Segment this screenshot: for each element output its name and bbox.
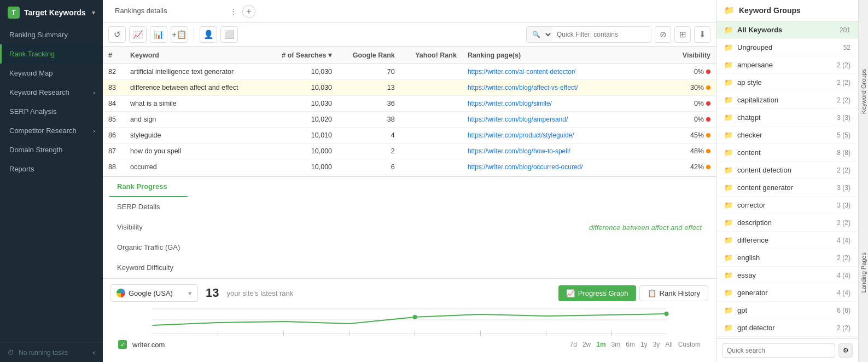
- kw-group-chatgpt[interactable]: 📁 chatgpt 3 (3): [716, 109, 858, 127]
- columns-button[interactable]: ⊞: [674, 26, 691, 43]
- kw-group-checker[interactable]: 📁 checker 5 (5): [716, 127, 858, 144]
- bar-button[interactable]: 📊: [150, 26, 167, 43]
- sidebar-item-keyword-map[interactable]: Keyword Map: [0, 64, 103, 83]
- kw-group-gpt-detector[interactable]: 📁 gpt detector 2 (2): [716, 319, 858, 337]
- time-btn-6m[interactable]: 6m: [626, 341, 635, 348]
- row-ranking-page[interactable]: https://writer.com/product/styleguide/: [462, 128, 670, 143]
- bottom-tab-serp-details[interactable]: SERP Details: [109, 197, 188, 217]
- user-button[interactable]: 👤: [200, 26, 217, 43]
- tab-rankings-details[interactable]: Rankings details: [107, 1, 226, 21]
- kw-group-all-keywords[interactable]: 📁 All Keywords 201: [716, 21, 858, 39]
- kw-group-gpt[interactable]: 📁 gpt 6 (6): [716, 302, 858, 319]
- kw-group-english[interactable]: 📁 english 2 (2): [716, 249, 858, 267]
- col-yahoo-rank[interactable]: Yahoo! Rank: [400, 47, 462, 64]
- sidebar-item-keyword-research[interactable]: Keyword Research›: [0, 83, 103, 102]
- kw-group-corrector[interactable]: 📁 corrector 3 (3): [716, 197, 858, 214]
- bottom-tab-visibility[interactable]: Visibility: [109, 217, 188, 238]
- row-keyword[interactable]: artificial intelligence text generator: [125, 64, 265, 80]
- kw-group-capitalization[interactable]: 📁 capitalization 2 (2): [716, 91, 858, 109]
- row-ranking-page[interactable]: https://writer.com/blog/occurred-ocured/: [462, 159, 670, 175]
- time-btn-2w[interactable]: 2w: [582, 341, 591, 348]
- kw-group-content-detection[interactable]: 📁 content detection 2 (2): [716, 162, 858, 179]
- ranking-page-link[interactable]: https://writer.com/blog/affect-vs-effect…: [468, 84, 578, 91]
- add-tab-button[interactable]: +: [242, 5, 255, 18]
- sidebar-item-reports[interactable]: Reports: [0, 159, 103, 179]
- rank-history-button[interactable]: 📋 Rank History: [639, 285, 708, 301]
- row-ranking-page[interactable]: https://writer.com/blog/how-to-spell/: [462, 143, 670, 159]
- engine-select[interactable]: Google (USA) ▾: [110, 284, 198, 302]
- row-ranking-page[interactable]: https://writer.com/blog/simile/: [462, 96, 670, 112]
- tabs-more-icon[interactable]: ⋮: [226, 7, 240, 15]
- ranking-page-link[interactable]: https://writer.com/blog/ampersand/: [468, 116, 568, 123]
- time-btn-1y[interactable]: 1y: [640, 341, 648, 348]
- row-keyword[interactable]: styleguide: [125, 128, 265, 143]
- kw-group-generator[interactable]: 📁 generator 4 (4): [716, 284, 858, 302]
- time-btn-3m[interactable]: 3m: [611, 341, 621, 348]
- row-keyword[interactable]: occurred: [125, 159, 265, 175]
- table-row[interactable]: 85 and sign 10,020 38 https://writer.com…: [103, 112, 716, 128]
- progress-graph-button[interactable]: 📈 Progress Graph: [558, 285, 636, 301]
- time-btn-1m[interactable]: 1m: [596, 341, 605, 348]
- table-row[interactable]: 82 artificial intelligence text generato…: [103, 64, 716, 80]
- time-btn-3y[interactable]: 3y: [653, 341, 660, 348]
- ranking-page-link[interactable]: https://writer.com/blog/simile/: [468, 100, 552, 107]
- bottom-tab-rank-progress[interactable]: Rank Progress: [109, 177, 188, 197]
- kw-group-description[interactable]: 📁 description 2 (2): [716, 214, 858, 232]
- filter-type-select[interactable]: 🔍: [527, 26, 552, 43]
- ranking-page-link[interactable]: https://writer.com/ai-content-detector/: [468, 68, 575, 76]
- sidebar-item-domain-strength[interactable]: Domain Strength: [0, 140, 103, 159]
- export-button[interactable]: ⬜: [220, 26, 238, 43]
- sidebar-logo[interactable]: T Target Keywords ▾: [0, 0, 103, 25]
- download-button[interactable]: ⬇: [694, 26, 710, 43]
- running-tasks-icon: ⏱: [8, 349, 14, 357]
- kw-group-content-generator[interactable]: 📁 content generator 3 (3): [716, 179, 858, 197]
- row-keyword[interactable]: what is a simile: [125, 96, 265, 112]
- ranking-page-link[interactable]: https://writer.com/blog/how-to-spell/: [468, 147, 570, 155]
- time-btn-custom[interactable]: Custom: [678, 341, 701, 348]
- table-row[interactable]: 88 occurred 10,000 6 https://writer.com/…: [103, 159, 716, 175]
- keyword-groups-side-label[interactable]: Keyword Groups: [860, 67, 867, 116]
- kw-group-label: description: [737, 219, 772, 227]
- sidebar-item-serp-analysis[interactable]: SERP Analysis: [0, 102, 103, 121]
- time-btn-7d[interactable]: 7d: [570, 341, 577, 348]
- kw-group-ampersane[interactable]: 📁 ampersane 2 (2): [716, 56, 858, 74]
- chart-button[interactable]: 📈: [129, 26, 147, 43]
- kw-group-ap-style[interactable]: 📁 ap style 2 (2): [716, 74, 858, 91]
- kw-group-essay[interactable]: 📁 essay 4 (4): [716, 267, 858, 284]
- col-searches[interactable]: # of Searches ▾: [265, 47, 337, 64]
- landing-pages-side-label[interactable]: Landing Pages: [860, 250, 867, 295]
- row-keyword[interactable]: difference between affect and effect: [125, 80, 265, 96]
- refresh-button[interactable]: ↺: [108, 26, 126, 43]
- bottom-tab-organic-traffic-ga[interactable]: Organic Traffic (GA): [109, 238, 188, 258]
- add-keyword-button[interactable]: +📋: [171, 26, 188, 43]
- col-google-rank[interactable]: Google Rank: [337, 47, 400, 64]
- quick-search-settings-button[interactable]: ⚙: [838, 343, 853, 358]
- table-row[interactable]: 87 how do you spell 10,000 2 https://wri…: [103, 143, 716, 159]
- sidebar-item-competitor-research[interactable]: Competitor Research›: [0, 121, 103, 140]
- kw-group-content[interactable]: 📁 content 8 (8): [716, 144, 858, 162]
- row-keyword[interactable]: how do you spell: [125, 143, 265, 159]
- ranking-page-link[interactable]: https://writer.com/blog/occurred-ocured/: [468, 163, 583, 171]
- ranking-page-link[interactable]: https://writer.com/product/styleguide/: [468, 131, 574, 139]
- time-btn-all[interactable]: All: [665, 341, 672, 348]
- row-ranking-page[interactable]: https://writer.com/blog/ampersand/: [462, 112, 670, 128]
- row-ranking-page[interactable]: https://writer.com/blog/affect-vs-effect…: [462, 80, 670, 96]
- table-row[interactable]: 84 what is a simile 10,030 36 https://wr…: [103, 96, 716, 112]
- row-visibility: 30%: [670, 80, 716, 96]
- filter-button[interactable]: ⊘: [655, 26, 671, 43]
- bottom-tab-keyword-difficulty[interactable]: Keyword Difficulty: [109, 258, 188, 278]
- sidebar-item-rank-tracking[interactable]: Rank Tracking: [0, 44, 103, 64]
- col-keyword[interactable]: Keyword: [125, 47, 265, 64]
- table-row[interactable]: 83 difference between affect and effect …: [103, 80, 716, 96]
- sidebar-item-ranking-summary[interactable]: Ranking Summary: [0, 25, 103, 44]
- kw-group-difference[interactable]: 📁 difference 4 (4): [716, 232, 858, 249]
- col-ranking-page[interactable]: Ranking page(s): [462, 47, 670, 64]
- table-row[interactable]: 86 styleguide 10,010 4 https://writer.co…: [103, 128, 716, 143]
- row-ranking-page[interactable]: https://writer.com/ai-content-detector/: [462, 64, 670, 80]
- quick-search-input[interactable]: [722, 343, 835, 358]
- filter-input[interactable]: [552, 26, 651, 43]
- row-keyword[interactable]: and sign: [125, 112, 265, 128]
- col-visibility[interactable]: Visibility: [670, 47, 716, 64]
- sidebar-collapse-icon[interactable]: ‹: [93, 348, 95, 357]
- kw-group-ungrouped[interactable]: 📁 Ungrouped 52: [716, 39, 858, 56]
